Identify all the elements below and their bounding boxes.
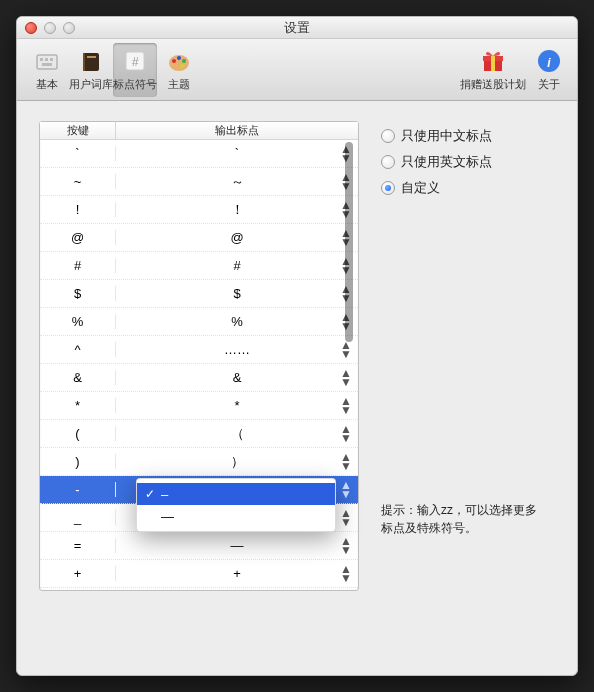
table-row[interactable]: ``▲▼ — [40, 140, 358, 168]
close-button[interactable] — [25, 22, 37, 34]
table-row[interactable]: %%▲▼ — [40, 308, 358, 336]
cell-key: $ — [40, 286, 116, 301]
cell-output[interactable]: %▲▼ — [116, 314, 358, 329]
tab-donate-label: 捐赠送股计划 — [460, 78, 526, 92]
cell-output[interactable]: *▲▼ — [116, 398, 358, 413]
cell-output[interactable]: ）▲▼ — [116, 453, 358, 471]
svg-point-10 — [177, 56, 181, 60]
svg-rect-5 — [87, 56, 96, 58]
dropdown-item[interactable]: – — [137, 483, 335, 505]
minimize-button[interactable] — [44, 22, 56, 34]
table-row[interactable]: ##▲▼ — [40, 252, 358, 280]
radio-label: 只使用中文标点 — [401, 127, 492, 145]
table-row[interactable]: **▲▼ — [40, 392, 358, 420]
tab-punctuation[interactable]: # 标点符号 — [113, 43, 157, 97]
tab-userdict-label: 用户词库 — [69, 78, 113, 92]
cell-key: = — [40, 538, 116, 553]
radio-button[interactable] — [381, 181, 395, 195]
svg-rect-15 — [491, 56, 495, 71]
preferences-window: 设置 基本 用户词库 # 标点符号 — [16, 16, 578, 676]
tab-userdict[interactable]: 用户词库 — [69, 43, 113, 97]
tab-about-label: 关于 — [538, 78, 560, 92]
cell-output[interactable]: $▲▼ — [116, 286, 358, 301]
info-icon: i — [533, 45, 565, 77]
table-row[interactable]: (（▲▼ — [40, 420, 358, 448]
tab-theme-label: 主题 — [168, 78, 190, 92]
cell-key: & — [40, 370, 116, 385]
table-row[interactable]: !！▲▼ — [40, 196, 358, 224]
options-panel: 只使用中文标点只使用英文标点自定义 提示：输入zz，可以选择更多标点及特殊符号。 — [359, 121, 565, 655]
tab-theme[interactable]: 主题 — [157, 43, 201, 97]
cell-key: - — [40, 482, 116, 497]
cell-key: ~ — [40, 174, 116, 189]
cell-output[interactable]: #▲▼ — [116, 258, 358, 273]
cell-key: * — [40, 398, 116, 413]
cell-output[interactable]: @▲▼ — [116, 230, 358, 245]
toolbar-right-group: 捐赠送股计划 i 关于 — [457, 43, 569, 97]
tab-basic[interactable]: 基本 — [25, 43, 69, 97]
cell-output[interactable]: ……▲▼ — [116, 342, 358, 357]
cell-key: _ — [40, 510, 116, 525]
cell-output[interactable]: （▲▼ — [116, 425, 358, 443]
radio-option[interactable]: 自定义 — [381, 175, 565, 201]
table-row[interactable]: @@▲▼ — [40, 224, 358, 252]
svg-text:#: # — [132, 55, 139, 69]
dropdown-popup: –— — [136, 478, 336, 532]
gift-icon — [477, 45, 509, 77]
table-row[interactable]: ~～▲▼ — [40, 168, 358, 196]
svg-rect-1 — [40, 58, 43, 61]
cell-key: ^ — [40, 342, 116, 357]
table-row[interactable]: )）▲▼ — [40, 448, 358, 476]
cell-key: ` — [40, 146, 116, 161]
cell-output[interactable]: &▲▼ — [116, 370, 358, 385]
table-header: 按键 输出标点 — [40, 122, 358, 140]
keyboard-icon — [31, 45, 63, 77]
table-row[interactable]: $$▲▼ — [40, 280, 358, 308]
column-header-output[interactable]: 输出标点 — [116, 122, 358, 139]
toolbar-left-group: 基本 用户词库 # 标点符号 主题 — [25, 43, 201, 97]
cell-key: # — [40, 258, 116, 273]
cell-key: @ — [40, 230, 116, 245]
tab-about[interactable]: i 关于 — [529, 43, 569, 97]
palette-icon — [163, 45, 195, 77]
svg-point-11 — [182, 59, 186, 63]
cell-key: % — [40, 314, 116, 329]
svg-rect-2 — [45, 58, 48, 61]
hint-text: 提示：输入zz，可以选择更多标点及特殊符号。 — [381, 501, 541, 537]
cell-output[interactable]: ～▲▼ — [116, 173, 358, 191]
scroll-thumb[interactable] — [345, 142, 353, 342]
window-title: 设置 — [17, 19, 577, 37]
cell-output[interactable]: +▲▼ — [116, 566, 358, 581]
radio-label: 只使用英文标点 — [401, 153, 492, 171]
window-controls — [25, 22, 75, 34]
cell-output[interactable]: `▲▼ — [116, 146, 358, 161]
radio-option[interactable]: 只使用英文标点 — [381, 149, 565, 175]
book-icon — [75, 45, 107, 77]
zoom-button[interactable] — [63, 22, 75, 34]
table-row[interactable]: =—▲▼ — [40, 532, 358, 560]
table-row[interactable]: ^……▲▼ — [40, 336, 358, 364]
svg-rect-0 — [37, 55, 57, 69]
svg-point-9 — [172, 59, 176, 63]
column-header-key[interactable]: 按键 — [40, 122, 116, 139]
scrollbar[interactable] — [342, 142, 356, 588]
cell-output[interactable]: —▲▼ — [116, 538, 358, 553]
dropdown-item[interactable]: — — [137, 505, 335, 527]
titlebar: 设置 — [17, 17, 577, 39]
table-row[interactable]: &&▲▼ — [40, 364, 358, 392]
toolbar: 基本 用户词库 # 标点符号 主题 — [17, 39, 577, 101]
tab-donate[interactable]: 捐赠送股计划 — [457, 43, 529, 97]
table-row[interactable]: ++▲▼ — [40, 560, 358, 588]
cell-key: ( — [40, 426, 116, 441]
tab-basic-label: 基本 — [36, 78, 58, 92]
cell-key: ) — [40, 454, 116, 469]
radio-button[interactable] — [381, 129, 395, 143]
cell-output[interactable]: ！▲▼ — [116, 201, 358, 219]
cell-key: + — [40, 566, 116, 581]
radio-label: 自定义 — [401, 179, 440, 197]
svg-rect-4 — [42, 63, 52, 66]
table-row[interactable]: [▲▼ — [40, 588, 358, 590]
radio-button[interactable] — [381, 155, 395, 169]
hash-icon: # — [119, 45, 151, 77]
radio-option[interactable]: 只使用中文标点 — [381, 123, 565, 149]
